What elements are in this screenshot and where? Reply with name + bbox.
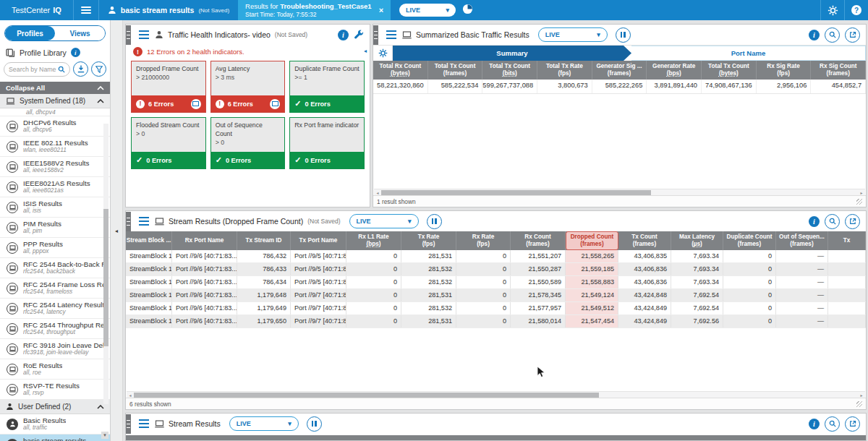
tab-results-troubleshooting[interactable]: Results for Troubleshooting_TestCase1 St… [238, 0, 391, 20]
health-tile[interactable]: Flooded Stream Count > 0 ✓ 0 Errors [131, 117, 206, 169]
panel-collapse-icon[interactable]: ◂ [364, 48, 367, 54]
sidebar-item[interactable]: IEEE8021AS Results all, ieee8021as [0, 177, 110, 197]
settings-gear-icon[interactable] [821, 0, 844, 20]
table-settings-button[interactable] [373, 46, 393, 61]
live-mode-select[interactable]: LIVE ▾ [538, 27, 608, 42]
column-header[interactable]: Rx Sig Rate(fps) [757, 61, 812, 80]
sidebar-item[interactable]: RFC 2544 Back-to-Back Res... rfc2544, ba… [0, 258, 110, 278]
column-header[interactable]: Tx Stream ID [237, 231, 291, 250]
tab-profiles[interactable]: Profiles [5, 26, 55, 40]
column-header[interactable]: Tx Port Name [291, 231, 346, 250]
panel-menu-icon[interactable] [137, 419, 150, 429]
column-header[interactable]: Out of Sequen...(frames) [776, 231, 828, 250]
sidebar-item[interactable]: Basic Results all, traffic [0, 414, 110, 434]
info-icon[interactable]: i [71, 48, 80, 57]
panel-menu-icon[interactable] [137, 30, 150, 40]
sidebar-item[interactable]: DHCPv6 Results all, dhcpv6 [0, 116, 110, 137]
panel-drag-handle[interactable] [126, 25, 131, 45]
tab-views[interactable]: Views [55, 26, 105, 40]
group-header-port-name[interactable]: Port Name [631, 46, 866, 61]
sidebar-item[interactable]: PPP Results all, pppox [0, 238, 110, 258]
resize-grip[interactable] [856, 199, 862, 205]
column-header[interactable]: Duplicate Count(frames) [723, 231, 776, 250]
column-header[interactable]: Total Tx Rate(fps) [537, 61, 592, 80]
sidebar-item[interactable]: RFC 2544 Throughput Res... rfc2544, thro… [0, 319, 110, 339]
scroll-right-icon[interactable]: ▸ [858, 393, 865, 398]
column-header[interactable]: Stream Block ... [126, 231, 172, 250]
sidebar-item[interactable]: PIM Results all, pim [0, 218, 110, 238]
search-input[interactable]: Search by Name [4, 62, 70, 77]
sidebar-collapse-handle[interactable]: ◂ [111, 20, 123, 441]
time-mode-icon[interactable] [462, 4, 473, 17]
sidebar-item[interactable]: RFC 2544 Latency Results rfc2544, latenc… [0, 299, 110, 319]
filter-button[interactable] [91, 61, 106, 77]
pause-button[interactable] [427, 214, 442, 229]
column-header[interactable]: Tx Count(frames) [618, 231, 671, 250]
sidebar-item[interactable]: RoE Results all, roe [0, 359, 110, 380]
info-icon[interactable]: i [809, 216, 820, 227]
live-mode-select[interactable]: LIVE ▾ [349, 214, 419, 228]
export-button[interactable] [845, 214, 860, 229]
scroll-down-button[interactable]: ▼ [101, 432, 109, 439]
resize-grip[interactable] [856, 401, 862, 407]
live-mode-select[interactable]: LIVE ▾ [399, 4, 456, 17]
wrench-icon[interactable] [354, 30, 364, 40]
column-header[interactable]: Rx Rate(fps) [456, 231, 511, 250]
scrollbar-thumb[interactable] [103, 209, 109, 346]
scroll-right-icon[interactable]: ▸ [858, 190, 865, 195]
search-button[interactable] [825, 416, 840, 432]
column-header[interactable]: Tx Rate(fps) [401, 231, 456, 250]
column-header[interactable]: Rx L1 Rate(bps) [346, 231, 401, 250]
view-errors-button[interactable] [191, 99, 201, 109]
scrollbar-thumb[interactable] [134, 393, 599, 398]
search-button[interactable] [825, 27, 840, 43]
sidebar-item[interactable]: RSVP-TE Results all, rsvp [0, 380, 110, 400]
column-header[interactable]: Generator Sig ...(frames) [592, 61, 647, 80]
panel-drag-handle[interactable] [126, 212, 131, 231]
group-system-defined[interactable]: System Defined (18) [0, 94, 110, 108]
export-button[interactable] [845, 27, 860, 43]
column-header[interactable]: Total Rx Count(bytes) [373, 61, 428, 80]
help-icon[interactable]: ? [845, 0, 868, 20]
sidebar-item[interactable]: ISIS Results all, isis [0, 197, 110, 218]
column-header[interactable]: Rx Port Name [172, 231, 237, 250]
info-icon[interactable]: i [809, 30, 820, 40]
table-row[interactable]: StreamBlock 1-108Port //9/6 [40:71:83...… [126, 250, 866, 263]
health-tile[interactable]: Duplicate Frame Count >= 1 ✓ 0 Errors [289, 61, 365, 113]
panel-menu-icon[interactable] [137, 217, 150, 226]
table-row[interactable]: StreamBlock 1-108Port //9/6 [40:71:83...… [126, 263, 866, 276]
pause-button[interactable] [616, 27, 631, 43]
pause-button[interactable] [307, 416, 322, 432]
close-icon[interactable]: × [379, 6, 383, 14]
sidebar-item[interactable]: RFC 2544 Frame Loss Resu... rfc2544, fra… [0, 278, 110, 299]
import-profile-button[interactable] [73, 61, 88, 77]
scroll-left-icon[interactable]: ◂ [127, 393, 134, 398]
sidebar-item[interactable]: IEEE1588V2 Results all, ieee1588v2 [0, 157, 110, 177]
column-header-dropped-count[interactable]: Dropped Count(frames) [566, 231, 618, 250]
view-errors-button[interactable] [270, 99, 280, 109]
column-header[interactable]: Total Tx Count(bytes) [702, 61, 757, 80]
column-header[interactable]: Generator Rate(bps) [647, 61, 702, 80]
sidebar-scrollbar[interactable] [103, 124, 109, 404]
column-header[interactable]: Rx Sig Count(frames) [811, 61, 866, 80]
column-header[interactable]: Tx [828, 231, 866, 250]
live-mode-select[interactable]: LIVE ▾ [229, 416, 299, 431]
table-row[interactable]: StreamBlock 1-115Port //9/6 [40:71:83...… [126, 302, 866, 315]
panel-menu-icon[interactable] [385, 30, 398, 40]
column-header[interactable]: Total Tx Count(bits) [482, 61, 537, 80]
main-menu-icon[interactable] [74, 0, 98, 20]
search-button[interactable] [825, 214, 840, 229]
health-tile[interactable]: Out of Sequence Count > 0 ✓ 0 Errors [210, 117, 286, 169]
column-header[interactable]: Total Tx Count(frames) [428, 61, 483, 80]
table-row[interactable]: StreamBlock 1-115Port //9/6 [40:71:83...… [126, 289, 866, 302]
info-icon[interactable]: i [338, 30, 349, 40]
health-tile[interactable]: Avg Latency > 3 ms ! 6 Errors [210, 61, 286, 113]
group-header-summary[interactable]: Summary [393, 46, 631, 61]
health-tile[interactable]: Rx Port frame indicator ✓ 0 Errors [289, 117, 365, 169]
sidebar-item[interactable]: basic stream results all, traffic [0, 434, 110, 441]
scrollbar-thumb[interactable] [381, 190, 651, 195]
summary-table-row[interactable]: 58,221,320,860585,222,534599,267,737,088… [373, 80, 866, 94]
panel-drag-handle[interactable] [126, 414, 131, 434]
sidebar-item[interactable]: RFC 3918 Join Leave Delay ... rfc3918, j… [0, 339, 110, 359]
info-icon[interactable]: i [809, 419, 820, 429]
